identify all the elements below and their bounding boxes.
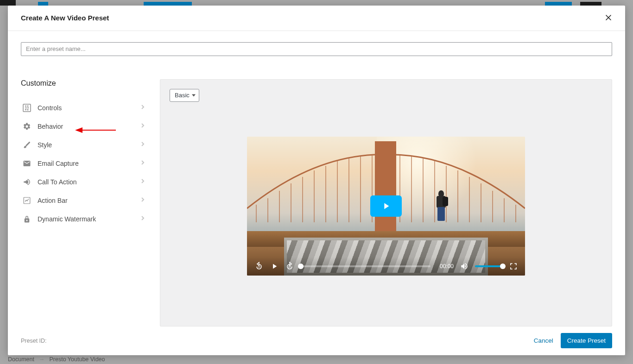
sidebar-item-label: Email Capture (38, 160, 139, 167)
sidebar-item-controls[interactable]: Controls (21, 99, 146, 117)
video-preview: 10 10 00:00 (247, 137, 525, 276)
sidebar-item-label: Call To Action (38, 178, 139, 186)
chevron-right-icon (139, 196, 146, 205)
footer-actions: Cancel Create Preset (534, 333, 612, 348)
background-button-4 (580, 2, 601, 6)
skin-select-wrap: Basic (170, 89, 199, 102)
breadcrumb: Document → Presto Youtube Video (8, 355, 105, 364)
mail-icon (21, 157, 33, 169)
sidebar-item-label: Behavior (38, 123, 139, 130)
preview-pane: Basic (160, 79, 612, 326)
forward-10-button[interactable]: 10 (285, 262, 294, 271)
bridge-tower (379, 141, 392, 234)
svg-point-1 (27, 105, 29, 107)
breadcrumb-arrow: → (39, 356, 45, 363)
background-topbar (0, 0, 633, 6)
gear-icon (21, 120, 33, 132)
svg-point-2 (25, 107, 27, 108)
modal-header: Create A New Video Preset (8, 6, 625, 31)
fullscreen-button[interactable] (509, 262, 518, 270)
brush-icon (21, 139, 33, 151)
sidebar-item-behavior[interactable]: Behavior (21, 117, 146, 136)
close-button[interactable] (605, 13, 612, 23)
play-button-small[interactable] (270, 262, 279, 270)
sidebar-item-label: Controls (38, 104, 139, 112)
chart-icon (21, 195, 33, 207)
background-button-3 (545, 2, 572, 6)
chevron-right-icon (139, 178, 146, 186)
breadcrumb-document: Document (8, 356, 34, 363)
volume-handle[interactable] (500, 264, 506, 269)
preset-id-label: Preset ID: (21, 338, 47, 344)
lock-icon (21, 213, 33, 225)
sidebar-item-label: Dynamic Watermark (38, 215, 139, 223)
create-preset-button[interactable]: Create Preset (561, 333, 612, 348)
chevron-right-icon (139, 104, 146, 112)
sidebar-item-email-capture[interactable]: Email Capture (21, 154, 146, 173)
controls-icon (21, 102, 33, 114)
bridge-strut (375, 166, 396, 170)
video-controls-bar: 10 10 00:00 (247, 257, 525, 276)
chevron-right-icon (139, 122, 146, 131)
background-button-1 (38, 2, 48, 6)
cancel-button[interactable]: Cancel (534, 337, 553, 344)
person-silhouette (435, 190, 448, 221)
sidebar-item-label: Style (38, 141, 139, 149)
background-button-2 (144, 2, 192, 6)
modal-title: Create A New Video Preset (21, 14, 109, 22)
skin-select[interactable]: Basic (170, 89, 199, 102)
time-current: 00:00 (440, 263, 454, 270)
bridge-strut (375, 188, 396, 192)
chevron-right-icon (139, 141, 146, 149)
progress-bar[interactable] (301, 265, 430, 267)
create-preset-modal: Create A New Video Preset Customize Cont… (8, 6, 625, 355)
sidebar-title: Customize (21, 79, 146, 88)
megaphone-icon (21, 176, 33, 188)
chevron-right-icon (139, 159, 146, 168)
modal-footer: Preset ID: Cancel Create Preset (8, 326, 625, 355)
preset-name-input[interactable] (21, 42, 612, 56)
svg-point-3 (27, 109, 29, 110)
play-button-large[interactable] (370, 195, 402, 217)
customize-sidebar: Customize Controls Behavior (21, 79, 160, 326)
play-icon (381, 201, 391, 211)
close-icon (605, 14, 612, 21)
volume-slider[interactable] (475, 265, 503, 267)
volume-button[interactable] (460, 262, 468, 270)
sidebar-item-style[interactable]: Style (21, 136, 146, 154)
sidebar-item-dynamic-watermark[interactable]: Dynamic Watermark (21, 210, 146, 228)
chevron-right-icon (139, 215, 146, 223)
sidebar-item-call-to-action[interactable]: Call To Action (21, 173, 146, 191)
modal-body: Customize Controls Behavior (8, 31, 625, 326)
sidebar-item-label: Action Bar (38, 197, 139, 204)
content-row: Customize Controls Behavior (21, 79, 612, 326)
svg-text:10: 10 (258, 265, 260, 268)
svg-text:10: 10 (288, 265, 291, 268)
svg-rect-0 (23, 104, 31, 112)
background-admin-corner (0, 0, 16, 6)
breadcrumb-page: Presto Youtube Video (49, 356, 105, 363)
rewind-10-button[interactable]: 10 (254, 262, 264, 271)
sidebar-item-action-bar[interactable]: Action Bar (21, 191, 146, 210)
preview-toolbar: Basic (170, 89, 602, 102)
progress-handle[interactable] (298, 264, 304, 269)
